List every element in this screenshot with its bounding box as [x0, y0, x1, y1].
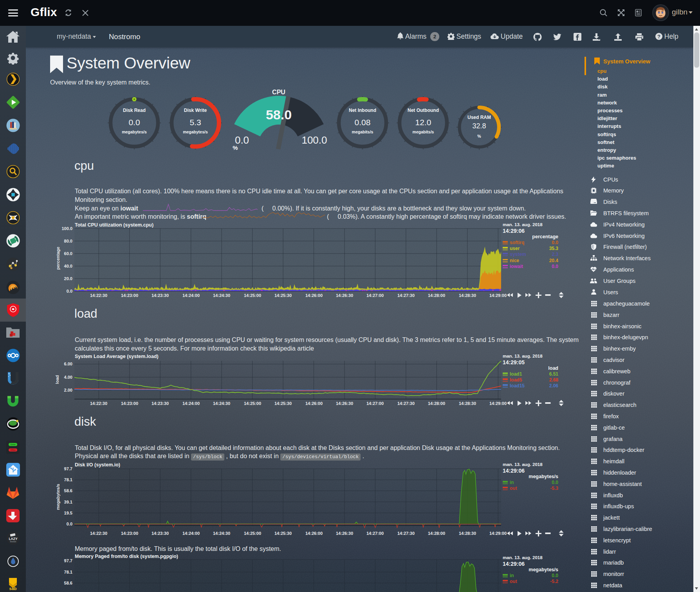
svg-text:librarian: librarian: [10, 541, 16, 543]
svg-text:Offline: Offline: [11, 449, 16, 451]
svg-text:Online: Online: [10, 443, 16, 445]
svg-text:LAZY: LAZY: [9, 537, 18, 541]
svg-text:sab: sab: [9, 586, 17, 591]
